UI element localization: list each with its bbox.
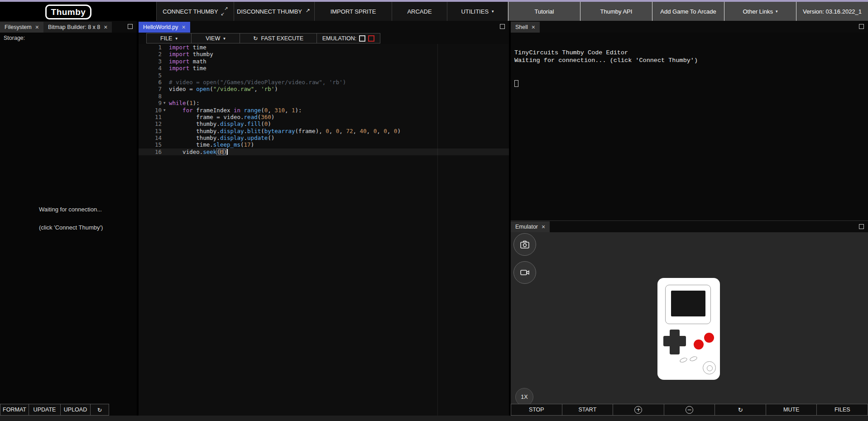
code-line: 9▾while(1): <box>139 100 509 106</box>
rotate-button[interactable]: ↻ <box>715 404 766 416</box>
code-token: time. <box>169 141 213 148</box>
code-text: thumby.display.blit(bytearray(frame), 0,… <box>169 128 401 134</box>
code-token: 310 <box>274 107 285 114</box>
code-editor[interactable]: 1import time2import thumby3import math4i… <box>139 44 509 416</box>
fast-execute-button[interactable]: ↻ FAST EXECUTE <box>240 33 317 43</box>
update-button[interactable]: UPDATE <box>29 404 61 416</box>
code-line: 5 <box>139 72 509 79</box>
code-token: 72 <box>346 128 353 134</box>
tab-label: Bitmap Builder: 8 x 8 <box>48 24 100 30</box>
topbar-button-arcade[interactable]: ARCADE <box>392 2 447 21</box>
device-detail-oval <box>679 357 688 363</box>
code-token <box>169 107 182 114</box>
close-icon[interactable]: × <box>35 25 39 29</box>
tab-filesystem[interactable]: Filesystem× <box>0 22 43 33</box>
code-line: 1import time <box>139 44 509 51</box>
view-menu-button[interactable]: VIEW ▾ <box>192 33 240 43</box>
shell-line: Waiting for connection... (click 'Connec… <box>514 57 698 64</box>
tab-helloworld-py[interactable]: HelloWorld.py × <box>139 22 190 33</box>
a-button[interactable] <box>704 333 714 343</box>
maximize-icon[interactable] <box>128 24 133 29</box>
code-token: , <box>268 107 274 114</box>
topbar-button-import-sprite[interactable]: IMPORT SPRITE <box>315 2 392 21</box>
emulator-panel: Emulator × <box>511 220 868 404</box>
topbar-button-thumby-api[interactable]: Thumby API <box>580 2 652 21</box>
code-token: ) <box>223 148 227 155</box>
b-button[interactable] <box>694 340 704 349</box>
code-line: 11 frame = video.read(360) <box>139 114 509 120</box>
code-token: import <box>169 58 189 65</box>
maximize-icon[interactable] <box>859 224 864 229</box>
stop-button[interactable]: STOP <box>511 404 562 416</box>
topbar-button-connect-thumby[interactable]: CONNECT THUMBY↗↙ <box>156 2 234 21</box>
code-token: blit <box>247 128 261 134</box>
close-icon[interactable]: × <box>104 25 107 29</box>
emulation-checkbox-red[interactable] <box>368 35 374 42</box>
button-label: STOP <box>529 407 544 413</box>
topbar-button-label: Thumby API <box>600 8 633 15</box>
fold-arrow-icon[interactable]: ▾ <box>163 107 166 114</box>
tab-bitmap-builder-8-x-8[interactable]: Bitmap Builder: 8 x 8× <box>43 22 112 33</box>
code-token: range <box>244 107 261 114</box>
code-token: (frame), <box>295 128 326 134</box>
topbar-button-other-links[interactable]: Other Links▾ <box>724 2 796 21</box>
code-token: display <box>220 120 244 127</box>
close-icon[interactable]: × <box>542 225 545 229</box>
topbar-button-label: DISCONNECT THUMBY <box>237 8 302 15</box>
code-token: , <box>285 107 292 114</box>
record-button[interactable] <box>513 261 536 284</box>
tab-emulator[interactable]: Emulator × <box>511 221 550 232</box>
code-line: 7video = open("/video.raw", 'rb') <box>139 86 509 92</box>
code-text: frame = video.read(360) <box>169 114 274 120</box>
tab-shell[interactable]: Shell × <box>511 22 540 33</box>
topbar-button-version-03-16-2022-1: Version: 03.16.2022_1 <box>796 2 868 21</box>
code-token: ) <box>271 114 275 120</box>
code-token: 0 <box>326 128 329 134</box>
emulator-bottom-buttons: STOPSTART+−↻MUTEFILES <box>511 404 868 416</box>
topbar-button-label: IMPORT SPRITE <box>331 8 376 15</box>
fold-arrow-icon[interactable]: ▾ <box>163 100 166 106</box>
zoom-scale-button[interactable]: 1X <box>515 388 533 406</box>
code-token: import <box>169 51 189 57</box>
code-token: ): <box>193 100 200 106</box>
code-token: 17 <box>244 141 251 148</box>
close-icon[interactable]: × <box>182 25 186 29</box>
file-menu-button[interactable]: FILE ▾ <box>146 33 192 43</box>
fast-execute-label: FAST EXECUTE <box>261 35 303 42</box>
screenshot-button[interactable] <box>513 233 536 256</box>
maximize-icon[interactable] <box>500 24 505 29</box>
code-token: ) <box>397 128 401 134</box>
topbar-button-label: Tutorial <box>535 8 554 15</box>
upload-button[interactable]: UPLOAD <box>61 404 91 416</box>
code-text: thumby.display.update() <box>169 134 274 141</box>
code-token: frameIndex <box>193 107 234 114</box>
line-number: 10 <box>139 107 162 114</box>
maximize-icon[interactable] <box>859 24 864 29</box>
emulation-label: EMULATION: <box>322 35 356 42</box>
emulation-checkbox[interactable] <box>359 35 365 42</box>
code-token: ( <box>216 148 220 155</box>
start-button[interactable]: START <box>562 404 614 416</box>
code-text: video.seek(0) <box>169 148 228 155</box>
code-token: ( <box>240 141 244 148</box>
format-button[interactable]: FORMAT <box>0 404 29 416</box>
code-line: 14 thumby.display.update() <box>139 134 509 141</box>
topbar-button-label: CONNECT THUMBY <box>163 8 218 15</box>
emulation-toggle-group: EMULATION: <box>317 33 380 43</box>
code-token: time <box>189 44 206 51</box>
zoom-out-button[interactable]: − <box>664 404 715 416</box>
topbar-button-utilities[interactable]: UTILITIES▾ <box>447 2 508 21</box>
topbar-button-tutorial[interactable]: Tutorial <box>508 2 580 21</box>
code-token: update <box>247 134 268 141</box>
topbar-button-add-game-to-arcade[interactable]: Add Game To Arcade <box>652 2 724 21</box>
disconnect-arrow-icon: ↗ <box>305 8 312 14</box>
button-label: START <box>578 407 596 413</box>
files-button[interactable]: FILES <box>817 404 868 416</box>
zoom-in-button[interactable]: + <box>613 404 664 416</box>
topbar-button-disconnect-thumby[interactable]: DISCONNECT THUMBY↗ <box>234 2 315 21</box>
dpad[interactable] <box>663 336 686 346</box>
close-icon[interactable]: × <box>532 25 535 29</box>
line-number: 3 <box>139 58 162 65</box>
mute-button[interactable]: MUTE <box>766 404 817 416</box>
refresh-button[interactable]: ↻ <box>91 404 109 416</box>
